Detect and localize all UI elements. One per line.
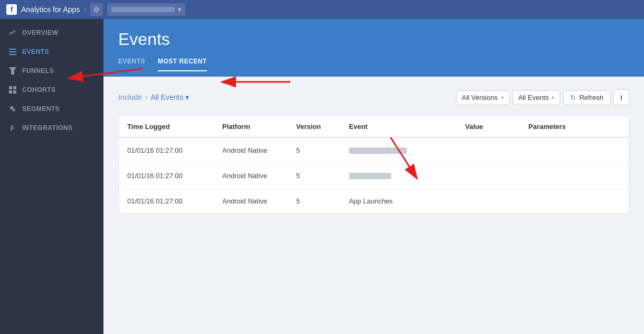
sidebar-item-segments-label: Segments — [22, 105, 60, 113]
all-versions-label: All Versions — [462, 94, 498, 101]
cohorts-icon — [8, 86, 17, 94]
topbar-chevron: › — [84, 6, 86, 13]
header-triangle — [368, 71, 379, 77]
all-events-dropdown[interactable]: All Events ▾ — [513, 90, 561, 105]
content-area: Events Events Most Recent Include › All … — [103, 19, 644, 334]
tab-most-recent[interactable]: Most Recent — [158, 58, 207, 71]
sidebar-item-funnels-label: Funnels — [22, 67, 54, 75]
col-header-time: Time Logged — [127, 123, 222, 131]
filter-bar: Include › All Events ▾ All Versions ▾ Al… — [118, 89, 629, 105]
cell-event-1 — [349, 147, 465, 154]
col-header-value: Value — [465, 123, 528, 131]
events-page-title: Events — [118, 30, 629, 49]
segments-icon — [8, 105, 17, 113]
svg-marker-3 — [9, 67, 16, 75]
cell-event-2 — [349, 173, 465, 179]
topbar: f Analytics for Apps › ⚙ ▾ — [0, 0, 644, 19]
event-blurred-2 — [349, 173, 391, 179]
svg-rect-4 — [9, 86, 12, 89]
event-blurred-1 — [349, 147, 407, 154]
info-button[interactable]: i — [613, 89, 629, 105]
cell-platform-1: Android Native — [222, 146, 296, 154]
svg-rect-2 — [9, 54, 16, 55]
table-row: 01/01/16 01:27:00 Android Native 5 — [119, 163, 629, 189]
filter-chevron-right: › — [145, 94, 147, 101]
all-versions-dropdown[interactable]: All Versions ▾ — [456, 90, 509, 105]
gear-icon[interactable]: ⚙ — [90, 3, 103, 16]
svg-rect-1 — [9, 51, 16, 52]
table-header: Time Logged Platform Version Event Value… — [119, 116, 629, 138]
col-header-version: Version — [296, 123, 349, 131]
filter-include: Include › All Events ▾ — [118, 93, 189, 101]
app-name: Analytics for Apps — [21, 5, 80, 14]
table-row: 01/01/16 01:27:00 Android Native 5 — [119, 138, 629, 163]
svg-rect-0 — [9, 49, 16, 50]
app-selector[interactable]: ▾ — [107, 3, 185, 16]
events-header: Events Events Most Recent — [103, 19, 644, 71]
sidebar-item-cohorts-label: Cohorts — [22, 86, 56, 94]
sidebar-item-integrations-label: Integrations — [22, 124, 73, 132]
refresh-button[interactable]: ↻ Refresh — [563, 90, 610, 105]
table-area: Include › All Events ▾ All Versions ▾ Al… — [103, 77, 644, 334]
table-row: 01/01/16 01:27:00 Android Native 5 App L… — [119, 189, 629, 214]
app-selector-chevron: ▾ — [178, 6, 181, 13]
sidebar: Overview Events Funnels — [0, 19, 103, 334]
events-tabs: Events Most Recent — [118, 58, 629, 71]
all-versions-chevron: ▾ — [501, 95, 504, 100]
cell-platform-2: Android Native — [222, 172, 296, 180]
col-header-platform: Platform — [222, 123, 296, 131]
facebook-icon: f — [6, 4, 17, 15]
integrations-icon: f — [8, 124, 17, 132]
cell-time-3: 01/01/16 01:27:00 — [127, 197, 222, 205]
svg-rect-6 — [9, 90, 12, 94]
all-events-dropdown-label: All Events — [518, 94, 549, 101]
sidebar-item-overview[interactable]: Overview — [0, 23, 103, 42]
cell-time-1: 01/01/16 01:27:00 — [127, 146, 222, 154]
tab-events[interactable]: Events — [118, 58, 145, 71]
cell-version-1: 5 — [296, 146, 349, 154]
svg-rect-5 — [13, 86, 16, 89]
cell-version-3: 5 — [296, 197, 349, 205]
funnels-icon — [8, 67, 17, 75]
sidebar-item-funnels[interactable]: Funnels — [0, 61, 103, 80]
cell-platform-3: Android Native — [222, 197, 296, 205]
all-events-dropdown-chevron: ▾ — [552, 95, 554, 100]
sidebar-item-events[interactable]: Events — [0, 42, 103, 61]
filter-controls: All Versions ▾ All Events ▾ ↻ Refresh i — [456, 89, 629, 105]
sidebar-item-overview-label: Overview — [22, 29, 58, 36]
col-header-parameters: Parameters — [528, 123, 620, 131]
sidebar-item-cohorts[interactable]: Cohorts — [0, 80, 103, 99]
app-selector-blurred — [111, 7, 175, 12]
include-label: Include — [118, 93, 142, 101]
sidebar-item-integrations[interactable]: f Integrations — [0, 118, 103, 137]
overview-icon — [8, 29, 17, 37]
cell-version-2: 5 — [296, 172, 349, 180]
cell-time-2: 01/01/16 01:27:00 — [127, 172, 222, 180]
all-events-label: All Events — [150, 93, 183, 101]
sidebar-item-events-label: Events — [22, 48, 49, 55]
events-icon — [8, 48, 17, 56]
info-icon: i — [620, 94, 622, 101]
sidebar-item-segments[interactable]: Segments — [0, 99, 103, 118]
refresh-label: Refresh — [579, 94, 603, 101]
data-table: Time Logged Platform Version Event Value… — [118, 116, 629, 214]
cell-event-3: App Launches — [349, 197, 465, 205]
all-events-chevron: ▾ — [185, 93, 189, 101]
svg-point-9 — [12, 108, 15, 112]
svg-rect-7 — [13, 90, 16, 94]
all-events-filter[interactable]: All Events ▾ — [150, 93, 189, 101]
refresh-icon: ↻ — [570, 94, 576, 101]
col-header-event: Event — [349, 123, 465, 131]
